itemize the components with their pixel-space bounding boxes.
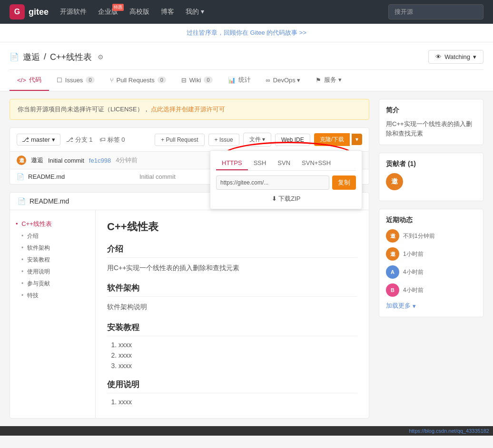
enterprise-badge: 特惠: [112, 4, 124, 11]
activity-avatar-4[interactable]: B: [386, 283, 399, 297]
commit-hash[interactable]: fe1c998: [89, 157, 111, 164]
branch-chevron-icon: ▾: [52, 136, 55, 143]
toc-item-contrib[interactable]: • 参与贡献: [16, 278, 89, 290]
toc-item-main[interactable]: • C++线性表: [16, 218, 89, 230]
nav-university[interactable]: 高校版: [129, 8, 149, 16]
toc-dot-install: •: [21, 256, 23, 263]
copy-button[interactable]: 复制: [332, 175, 356, 190]
tab-pullrequests[interactable]: ⑂ Pull Requests 0: [102, 70, 174, 91]
toc-item-usage[interactable]: • 使用说明: [16, 266, 89, 278]
contributor-avatar[interactable]: 邀: [386, 173, 403, 190]
branch-bar-actions: + Pull Request + Issue 文件 ▾ Web IDE 克隆/下…: [155, 133, 362, 146]
tab-wiki-label: Wiki: [189, 77, 201, 84]
readme-toc: • C++线性表 • 介绍 • 软件架构 • 安: [10, 210, 96, 418]
sidebar-contributors: 贡献者 (1) 邀: [379, 153, 483, 201]
readme-install-list: xxxx xxxx xxxx: [118, 341, 357, 370]
center-content: 你当前开源项目尚未选择许可证（LICENSE）， 点此选择并创建开源许可可 ⎇ …: [10, 99, 369, 419]
settings-icon[interactable]: ⚙: [98, 53, 104, 61]
clone-dropdown: 克隆/下载 ▾ HTTPS SSH SVN SVN+SSH: [314, 133, 362, 146]
banner-text: 过往皆序章，回顾你在 Gitee 的代码故事 >>: [187, 29, 306, 36]
clone-tab-https[interactable]: HTTPS: [216, 156, 248, 170]
list-item: xxxx: [118, 362, 357, 370]
logo-text: gitee: [29, 7, 49, 17]
commit-author-name[interactable]: 邀逅: [31, 156, 43, 165]
clone-tab-ssh[interactable]: SSH: [248, 156, 272, 170]
license-warning: 你当前开源项目尚未选择许可证（LICENSE）， 点此选择并创建开源许可可: [10, 99, 369, 120]
pr-count: 0: [158, 77, 166, 83]
readme-arch-heading: 软件架构: [107, 282, 357, 297]
readme-container: 📄 README.md • C++线性表 • 介绍: [10, 192, 369, 419]
tab-devops-label: DevOps ▾: [273, 77, 301, 84]
logo[interactable]: G gitee: [10, 4, 49, 19]
webide-button[interactable]: Web IDE: [275, 134, 310, 146]
issue-button[interactable]: + Issue: [208, 134, 239, 146]
commit-time: 4分钟前: [116, 156, 138, 165]
tab-code[interactable]: </> 代码: [10, 70, 49, 91]
branch-name: master: [31, 136, 50, 143]
toc-item-arch[interactable]: • 软件架构: [16, 242, 89, 254]
file-button[interactable]: 文件 ▾: [243, 133, 271, 146]
nav-blog[interactable]: 博客: [161, 8, 174, 16]
license-link[interactable]: 点此选择并创建开源许可可: [151, 106, 225, 113]
right-sidebar: 简介 用C++实现一个线性表的插入删除和查找元素 贡献者 (1) 邀 近期动态 …: [379, 99, 483, 419]
list-item: xxxx: [118, 341, 357, 349]
sidebar-intro-text: 用C++实现一个线性表的插入删除和查找元素: [386, 119, 476, 138]
toc-dot-tricks: •: [21, 292, 23, 299]
sidebar-intro: 简介 用C++实现一个线性表的插入删除和查找元素: [379, 99, 483, 145]
tab-service[interactable]: ⚑ 服务 ▾: [308, 70, 349, 91]
tab-pr-label: Pull Requests: [117, 77, 155, 84]
clone-url-row: 复制: [216, 175, 356, 190]
nav-mine[interactable]: 我的 ▾: [186, 8, 204, 16]
readme-usage-list: xxxx: [118, 398, 357, 406]
file-name-link[interactable]: README.md: [28, 173, 139, 180]
branch-meta: ⎇ 分支 1 🏷 标签 0: [66, 136, 125, 144]
tag-icon: 🏷: [99, 136, 106, 143]
sidebar-activity-title: 近期动态: [386, 216, 476, 224]
clone-dropdown-panel: HTTPS SSH SVN SVN+SSH 复制: [210, 150, 362, 209]
bottom-link[interactable]: https://blog.csdn.net/qq_43335182: [409, 428, 489, 434]
license-warning-text: 你当前开源项目尚未选择许可证（LICENSE），: [18, 106, 149, 113]
toc-item-intro[interactable]: • 介绍: [16, 230, 89, 242]
tab-devops[interactable]: ∞ DevOps ▾: [258, 70, 308, 91]
toc-item-install[interactable]: • 安装教程: [16, 254, 89, 266]
toc-item-tricks[interactable]: • 特技: [16, 290, 89, 302]
clone-url-input[interactable]: [216, 175, 329, 190]
repo-owner-link[interactable]: 邀逅: [23, 51, 40, 63]
commit-author-avatar: 邀: [17, 156, 26, 165]
clone-arrow-button[interactable]: ▾: [352, 134, 362, 145]
readme-content: C++线性表 介绍 用C++实现一个线性表的插入删除和查找元素 软件架构 软件架…: [96, 210, 369, 418]
clone-button[interactable]: 克隆/下载: [314, 133, 350, 146]
activity-avatar-3[interactable]: A: [386, 265, 399, 279]
clone-tab-svnssh[interactable]: SVN+SSH: [296, 156, 336, 170]
activity-time-2: 1小时前: [403, 250, 424, 258]
readme-title: README.md: [30, 197, 69, 205]
file-icon: 📄: [17, 173, 24, 180]
activity-time-3: 4小时前: [403, 268, 424, 276]
tab-stats[interactable]: 📊 统计: [220, 70, 258, 91]
clone-tab-svn[interactable]: SVN: [272, 156, 296, 170]
watching-label: Watching: [444, 53, 470, 60]
search-input[interactable]: 搜开源: [388, 4, 483, 19]
branch-select[interactable]: ⎇ master ▾: [17, 134, 60, 146]
tab-issues[interactable]: ☐ Issues 0: [49, 70, 102, 91]
nav-enterprise[interactable]: 企业版 特惠: [98, 8, 118, 16]
readme-usage-heading: 使用说明: [107, 379, 357, 393]
service-icon: ⚑: [316, 77, 321, 84]
repo-name-link[interactable]: C++线性表: [50, 51, 92, 63]
activity-avatar-2[interactable]: 邀: [386, 247, 399, 261]
nav-open-source[interactable]: 开源软件: [60, 8, 87, 16]
branch-icon: ⎇: [66, 136, 73, 143]
pull-request-button[interactable]: + Pull Request: [155, 134, 204, 146]
load-more-text: 加载更多: [386, 302, 411, 310]
load-more-button[interactable]: 加载更多 ▾: [386, 302, 476, 310]
activity-avatar-1[interactable]: 邀: [386, 229, 399, 243]
download-zip-button[interactable]: ⬇ 下载ZIP: [216, 195, 356, 203]
activity-item-2: 邀 1小时前: [386, 247, 476, 261]
banner: 过往皆序章，回顾你在 Gitee 的代码故事 >>: [0, 24, 493, 42]
toc-dot-intro: •: [21, 233, 23, 239]
commit-message: Initial commit: [48, 157, 84, 164]
tab-stats-label: 统计: [238, 76, 251, 84]
repo-title: 📄 邀逅 / C++线性表 ⚙: [10, 51, 104, 63]
tab-wiki[interactable]: ⊟ Wiki 0: [174, 70, 220, 91]
watching-button[interactable]: 👁 Watching ▾: [428, 50, 483, 64]
